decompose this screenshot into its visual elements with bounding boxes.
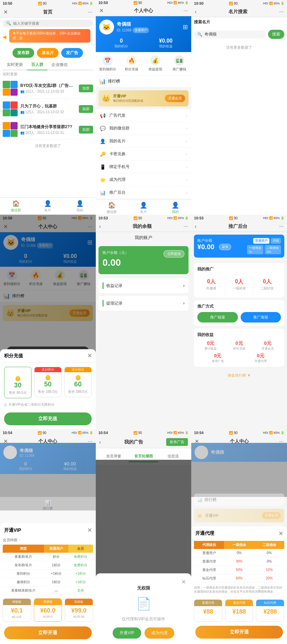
card-nav-icon: 👤	[44, 200, 51, 207]
vip-modal-close[interactable]: ✕	[87, 527, 92, 533]
promote-link-btn[interactable]: 推广链接	[197, 312, 238, 323]
promote-withdraw-btn[interactable]: 提现	[219, 244, 231, 250]
agent-r1c2: 0%	[224, 549, 254, 557]
recharge-card-50[interactable]: 送10积分 🪙 50 售价 188.0元	[34, 367, 62, 397]
card-search-input-box[interactable]: 🔍	[194, 30, 266, 39]
tab-realtime[interactable]: 实时更新	[3, 60, 27, 70]
promote-more[interactable]: ···	[279, 223, 284, 230]
balance-more[interactable]: ···	[183, 223, 188, 230]
post-ad-btn[interactable]: 发广告	[61, 48, 83, 58]
agent-price-gold[interactable]: 黄金代理 ¥188	[225, 599, 253, 622]
action-promote[interactable]: 💵 推广赚钱	[168, 55, 192, 72]
vip-basic-amount: ¥0.1	[3, 605, 31, 615]
r3p3-ranking-lbl: 排行榜	[204, 497, 217, 503]
nav-wechat-p2[interactable]: 🏠 微信群	[96, 199, 128, 215]
post-group-btn[interactable]: 发布群	[13, 48, 34, 58]
income-lbl-2: 积分充值	[226, 347, 252, 351]
recharge-card-60[interactable]: 送20积分 🪙 60 售价 288.0元	[64, 367, 92, 397]
agent-gold-header: 黄金代理	[225, 600, 253, 606]
ranking-btn[interactable]: 📊 排行榜	[96, 75, 192, 88]
vip-activate-btn[interactable]: 立即开通	[4, 626, 92, 639]
user-tab-normal[interactable]: 普通用户	[253, 238, 269, 244]
qr-icon[interactable]: ⊞	[183, 23, 188, 31]
menu-become-agent[interactable]: 🌟 成为代理 ›	[96, 173, 192, 186]
agent-activate-btn[interactable]: 立即开通	[195, 626, 283, 639]
add-btn-2[interactable]: 加群	[79, 105, 93, 113]
card-search-more[interactable]: ···	[279, 9, 284, 15]
tab-hundred[interactable]: 百人群	[27, 60, 47, 70]
ads-publish-btn[interactable]: 发布广告	[166, 438, 188, 446]
agent-gold-amount: ¥188	[225, 606, 253, 616]
nav-card-p2[interactable]: 👤 名片	[128, 199, 159, 215]
profile-more[interactable]: ···	[183, 8, 188, 14]
group-item-1[interactable]: BYD汉·车友交流2群（广告必... 👥 102人 · 2021-11-13 0…	[0, 78, 96, 99]
action-checkin[interactable]: 📅 签到领积分	[96, 55, 120, 72]
promote-poster-btn[interactable]: 推广海报	[241, 312, 281, 323]
promote-ranking-btn[interactable]: 佣金排行榜 ▼	[191, 369, 287, 381]
agent-basic-amount: ¥88	[194, 606, 222, 616]
status-bar-1: 10:50 📶 90 HDI📶65%🔋	[0, 0, 96, 7]
card-search-input[interactable]	[204, 32, 263, 37]
nav-mine[interactable]: 👤 我的	[64, 198, 95, 215]
add-btn-1[interactable]: 加群	[79, 85, 93, 92]
recharge-modal-overlay: 积分充值 ✕ 🪙 30 售价 88.0元 送	[0, 215, 96, 429]
r3p3-bg-dimmed: 奇偶猫	[191, 443, 287, 497]
agent-prices: 普通代理 ¥88 黄金代理 ¥188 钻石代理 ¥288	[191, 597, 287, 624]
promote-balance-amount: ¥0.00	[197, 243, 214, 251]
recharge-label: 积分充值	[125, 67, 138, 72]
income-record-item[interactable]: 收益记录 ›	[98, 278, 189, 293]
menu-my-group[interactable]: 💬 我的微信群 ›	[96, 122, 192, 135]
menu-ad-proxy[interactable]: 📢 广告代发 ›	[96, 109, 192, 122]
vip-r5c3: 支持	[68, 587, 93, 595]
menu-bind-phone[interactable]: 📱 绑定手机号 ›	[96, 161, 192, 173]
home-close[interactable]: ✕	[3, 9, 8, 15]
balance-withdraw-btn[interactable]: 立即提现	[163, 250, 184, 258]
r3p3-bg-content: 📊 排行榜 👑 开通VIP 开通会员	[191, 494, 287, 525]
vip-price-basic[interactable]: 体验版 ¥0.1 ¥0.1/天	[3, 598, 31, 622]
nav-card[interactable]: 👤 名片	[32, 198, 64, 215]
menu-promote-backend[interactable]: 📊 推广后台 ›	[96, 186, 192, 199]
recharge-card-30[interactable]: 🪙 30 售价 88.0元	[4, 367, 31, 398]
vip-row-2: 发布群/名片 1积分 免费积分	[3, 561, 93, 570]
agent-diamond-amount: ¥288	[256, 606, 284, 616]
group-info-2: 只为了开心，玩基群 👥 125人 · 2021-11-13 02:32	[20, 103, 76, 115]
home-search-input[interactable]	[13, 21, 90, 25]
vip-btn[interactable]: 开通会员	[165, 95, 185, 102]
menu-my-card[interactable]: 👤 我的名片 ›	[96, 135, 192, 148]
group-item-3[interactable]: 江门本地健身分享答疑群2?? 👥 183人 · 2021-11-13 02:31…	[0, 119, 96, 140]
agent-price-basic[interactable]: 普通代理 ¥88	[194, 599, 222, 622]
commission-tab-1[interactable]: 一级佣金 %	[247, 245, 263, 254]
home-search-bar[interactable]: 🔍	[3, 20, 93, 27]
recharge-submit-btn[interactable]: 立即充值	[4, 412, 92, 425]
no-perm-close[interactable]: ✕	[181, 579, 186, 585]
profile-close[interactable]: ✕	[99, 7, 104, 14]
group-item-2[interactable]: 只为了开心，玩基群 👥 125人 · 2021-11-13 02:32 加群	[0, 99, 96, 119]
profile-income: ¥0.00 我的收益	[144, 38, 188, 49]
vip-price-gold[interactable]: 高级版 ¥60.0 ¥100.0	[34, 598, 62, 622]
action-recharge[interactable]: 🔥 积分充值	[119, 55, 144, 72]
points-30: 30	[7, 381, 28, 389]
card-search-btn[interactable]: 搜索	[268, 30, 284, 39]
no-perm-vip-btn[interactable]: 开通VIP	[113, 627, 141, 639]
agent-modal-close[interactable]: ✕	[279, 530, 283, 537]
action-withdraw[interactable]: 💰 收益提现	[144, 55, 168, 72]
user-tab-upgrade[interactable]: 升级	[271, 238, 281, 244]
post-card-btn[interactable]: 发名片	[37, 48, 59, 58]
battery-1: HDI📶65%🔋	[72, 2, 93, 5]
nav-mine-p2[interactable]: 👤 我的	[159, 199, 191, 215]
no-perm-title: 无权限	[101, 585, 186, 591]
tab-enterprise[interactable]: 企业微信	[47, 60, 72, 70]
add-btn-3[interactable]: 加群	[79, 126, 93, 134]
agent-note: 说明：一级佣金表示您邀请的好友发生的佣金，二级佣金表示您好友邀请的好友发生的佣金…	[191, 586, 287, 597]
commission-tab-2[interactable]: 二级佣金 0%	[265, 245, 281, 254]
agent-price-diamond[interactable]: 钻石代理 ¥288	[256, 599, 284, 622]
vip-price-premium[interactable]: 高级版 ¥99.0 ¥125.00	[65, 598, 93, 622]
recharge-close-icon[interactable]: ✕	[87, 353, 92, 359]
price-60: 售价 288.0元	[67, 389, 89, 394]
no-perm-agent-btn[interactable]: 成为代理	[145, 627, 174, 639]
withdraw-record-item[interactable]: 提现记录 ›	[98, 296, 189, 311]
nav-wechat-group[interactable]: 🏠 微信群	[0, 198, 32, 215]
card-search-bar[interactable]: 🔍 搜索	[194, 30, 284, 39]
home-more[interactable]: ···	[88, 9, 92, 15]
menu-card-code[interactable]: 🔑 卡密兑换 ›	[96, 148, 192, 161]
